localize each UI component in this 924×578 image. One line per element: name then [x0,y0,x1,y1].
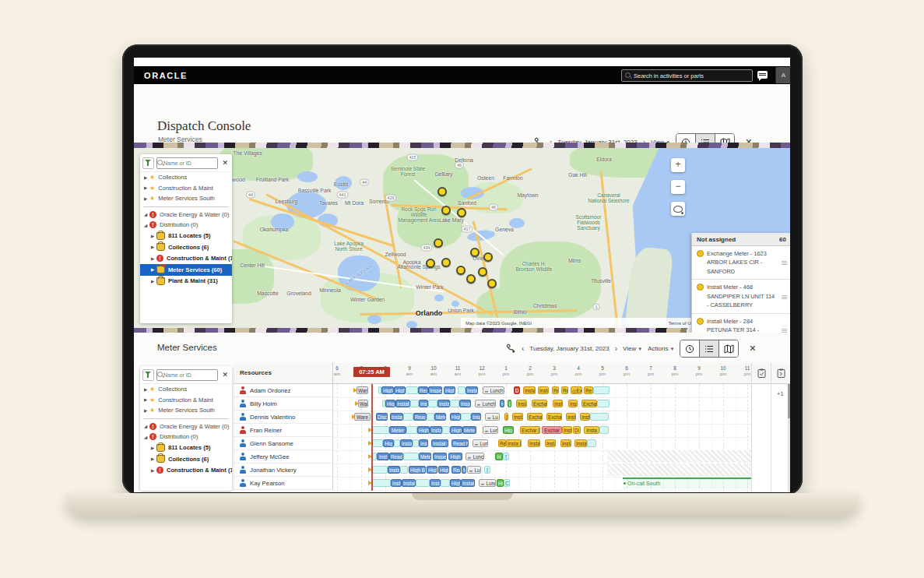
activity-bar[interactable]: [ [484,466,490,474]
activity-bar[interactable] [587,439,596,447]
tree-favorite-item[interactable]: ▶★Collections [140,384,232,395]
lunch-bar[interactable]: ☕ Lun [483,426,498,434]
activity-bar[interactable]: D [514,386,520,394]
resource-row[interactable]: Jeffery McGee [234,450,333,463]
activity-map-marker[interactable] [437,187,447,196]
activity-bar[interactable]: Disc [376,413,388,421]
pending-activity-bar[interactable]: Exchar [581,400,597,407]
tree-group-item[interactable]: ▶!Construction & Maint (10) [140,465,232,477]
activity-bar[interactable]: High Bl [409,466,426,474]
activity-bar[interactable] [410,400,419,407]
actions-dropdown[interactable]: Actions▼ [648,345,674,352]
activity-bar[interactable]: Insta [400,439,413,447]
collapse-arrow-icon[interactable]: ▶ [151,456,156,461]
collapse-arrow-icon[interactable]: ▶ [144,387,149,392]
activity-bar[interactable]: High [385,400,395,407]
activity-map-marker[interactable] [487,279,497,288]
lunch-bar[interactable]: ☕ Lunch [475,400,496,407]
activity-bar[interactable] [372,439,383,447]
activity-bar[interactable] [597,400,610,407]
pending-activity-bar[interactable]: Insta [560,439,571,447]
collapse-arrow-icon[interactable]: ▶ [151,245,156,249]
warehouse-bar[interactable]: War [358,400,368,407]
activity-map-marker[interactable] [470,248,480,257]
activity-bar[interactable] [428,400,437,407]
lunch-bar[interactable]: ☕ Lunch [466,453,484,460]
global-search-input[interactable]: Search in activities or parts [621,69,753,82]
activity-bar[interactable]: High [450,479,461,487]
tree-group-item[interactable]: ◢!Oracle Energy & Water (0) [140,210,232,220]
lunch-bar[interactable]: ☕ Lunch [483,386,504,394]
activity-bar[interactable] [461,413,471,421]
pending-activity-bar[interactable]: Re [498,439,506,447]
gantt-row[interactable]: InstRead IMeteInspeHigh☕ LunchH[ [333,450,751,463]
activity-map-marker[interactable] [434,238,443,248]
drag-handle-icon[interactable] [782,263,787,263]
clear-search-button[interactable]: ✕ [220,371,230,379]
activity-bar[interactable] [413,439,419,447]
pending-activity-bar[interactable]: Insta [584,426,599,434]
activity-bar[interactable] [394,439,400,447]
expanded-arrow-icon[interactable]: ◢ [144,212,149,217]
activity-bar[interactable]: [ [508,400,511,407]
activity-bar[interactable]: Read I [389,453,403,460]
gantt-row[interactable]: WareDiscInstallRead MMeterHighInspe☕ Lu[… [333,411,751,424]
activity-bar[interactable]: Read N [451,439,469,447]
activity-bar[interactable]: Install N [461,479,475,487]
activity-bar[interactable] [406,426,417,434]
collapse-arrow-icon[interactable]: ▶ [144,175,149,180]
activity-bar[interactable] [372,479,391,487]
avatar[interactable]: A [775,67,790,83]
gantt-row[interactable]: InstInstalInstaHighInstall N☕ LunchHiCOn… [333,477,751,490]
activity-bar[interactable]: Hig [383,439,394,447]
prev-day-button[interactable]: ‹ [522,344,524,353]
resource-row[interactable]: Billy Holm [234,397,333,411]
pending-activity-bar[interactable]: Di [573,426,581,434]
activity-bar[interactable]: Install [466,386,478,394]
list-view-button[interactable] [700,340,719,357]
activity-bar[interactable]: C [504,479,510,487]
activity-map-marker[interactable] [441,206,451,215]
expanded-arrow-icon[interactable]: ◢ [144,435,149,439]
activity-bar[interactable]: Inst [419,439,428,447]
activity-bar[interactable]: Install [437,400,450,407]
gantt-row[interactable]: HigInstaInstInstall NRead N☕ LunchReInst… [333,437,751,450]
activity-bar[interactable] [403,453,419,460]
collapse-arrow-icon[interactable]: ▶ [151,446,156,450]
tree-favorite-item[interactable]: ▶★Collections [140,172,232,183]
activity-bar[interactable]: Install N [431,439,448,447]
tree-group-item[interactable]: ▶Meter Services (60) [140,264,232,276]
warehouse-bar[interactable]: Wan [357,386,368,394]
activity-bar[interactable]: High [438,466,449,474]
clipboard-next-icon[interactable] [771,363,790,384]
drag-handle-icon[interactable] [782,330,787,331]
activity-map-marker[interactable] [483,252,493,262]
activity-bar[interactable]: Insta [430,426,442,434]
filter-icon[interactable] [142,369,154,381]
gantt-row[interactable]: WarHighInstallInstaInstallInspe☕ LunchH[… [333,397,751,411]
activity-bar[interactable]: Install [390,413,403,421]
collapse-arrow-icon[interactable]: ▶ [144,397,149,402]
activity-bar[interactable] [400,466,408,474]
gantt-scrollbar[interactable] [788,384,790,492]
activity-bar[interactable]: Read M [413,413,427,421]
activity-bar[interactable]: [ [503,453,509,460]
activity-bar[interactable]: Exchar [542,426,562,434]
next-day-button[interactable]: › [615,344,617,353]
pending-activity-bar[interactable]: Insta [512,413,523,421]
gantt-chart-body[interactable]: WanHighHighReaInspeHighInstall☕ LunchDIn… [333,384,751,492]
activity-bar[interactable] [450,400,459,407]
activity-bar[interactable]: Insta [419,400,428,407]
activity-bar[interactable]: Inspe [433,453,447,460]
warehouse-bar[interactable]: Ware [354,413,371,421]
activity-bar[interactable]: Hig [503,426,514,434]
tree-favorite-item[interactable]: ▶★Meter Services South [140,193,232,204]
pending-activity-bar[interactable]: Insta [566,413,576,421]
resource-row[interactable]: Dennis Valentino [234,411,333,424]
activity-bar[interactable]: M [462,466,466,474]
collapse-arrow-icon[interactable]: ▶ [144,185,149,190]
activity-card[interactable]: Install Meter - 468 SANDPIPER LN UNIT 11… [692,280,790,313]
map-view-button[interactable] [719,340,738,357]
activity-map-marker[interactable] [456,266,466,275]
collapse-arrow-icon[interactable]: ▶ [151,234,156,238]
